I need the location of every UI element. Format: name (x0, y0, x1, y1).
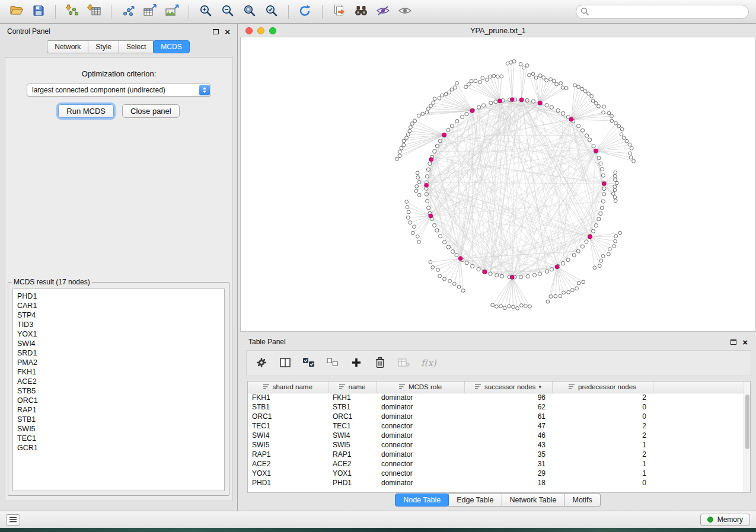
mcds-result-item[interactable]: YOX1 (17, 329, 220, 339)
tab-select[interactable]: Select (119, 40, 154, 53)
table-row-SWI4[interactable]: SWI4SWI4dominator462 (248, 431, 745, 440)
table-row-SWI5[interactable]: SWI5SWI5connector431 (248, 440, 745, 450)
show-graphics-details-button[interactable] (395, 3, 414, 21)
memory-label: Memory (717, 515, 743, 524)
cell-name: SWI5 (328, 440, 377, 450)
close-table-panel-icon[interactable]: × (742, 338, 748, 347)
show-columns-button[interactable] (279, 355, 292, 371)
tab-node-table[interactable]: Node Table (395, 493, 449, 507)
column-header-predecessor-nodes[interactable]: predecessor nodes (552, 382, 653, 393)
close-panel-button[interactable]: Close panel (122, 104, 180, 118)
cell-shared-name: ORC1 (248, 412, 328, 421)
column-header-mcds-role[interactable]: MCDS role (377, 382, 464, 393)
mcds-result-item[interactable]: STB1 (17, 415, 220, 424)
export-image-button[interactable] (162, 3, 181, 21)
mcds-result-item[interactable]: TEC1 (17, 434, 220, 443)
tab-network-table[interactable]: Network Table (502, 493, 565, 507)
criterion-dropdown[interactable]: largest connected component (undirected) (27, 84, 211, 97)
mcds-result-item[interactable]: TID3 (17, 320, 220, 329)
zoom-in-button[interactable] (196, 3, 215, 21)
mcds-result-item[interactable]: SWI5 (17, 424, 220, 434)
mcds-result-item[interactable]: SRD1 (17, 348, 220, 358)
window-maximize-icon[interactable] (269, 27, 276, 34)
toolbar-separator (322, 5, 323, 19)
new-network-from-selection-button[interactable] (330, 3, 349, 21)
table-row-PHD1[interactable]: PHD1PHD1dominator180 (248, 478, 745, 488)
mcds-result-item[interactable]: CAR1 (17, 301, 220, 310)
cell-shared-name: FKH1 (248, 393, 328, 402)
table-settings-button[interactable] (255, 355, 268, 371)
status-menu-button[interactable] (6, 514, 20, 525)
zoom-fit-button[interactable] (240, 3, 259, 21)
table-row-RAP1[interactable]: RAP1RAP1dominator352 (248, 450, 745, 459)
save-icon (32, 4, 45, 19)
tab-network[interactable]: Network (47, 40, 88, 53)
export-table-button[interactable] (141, 3, 160, 21)
mcds-result-item[interactable]: FKH1 (17, 367, 220, 377)
search-input[interactable] (576, 5, 749, 19)
table-panel-header: Table Panel × (240, 335, 756, 349)
run-mcds-button[interactable]: Run MCDS (58, 104, 114, 118)
select-all-button[interactable] (302, 355, 315, 371)
mcds-result-item[interactable]: PMA2 (17, 358, 220, 367)
table-row-ORC1[interactable]: ORC1ORC1dominator610 (248, 412, 745, 421)
export-network-button[interactable] (119, 3, 138, 21)
cell-predecessor-nodes: 1 (552, 469, 653, 478)
mcds-result-item[interactable]: STP4 (17, 310, 220, 320)
table-row-TEC1[interactable]: TEC1TEC1connector472 (248, 421, 745, 431)
cell-shared-name: ACE2 (248, 459, 328, 469)
mcds-result-item[interactable]: RAP1 (17, 405, 220, 415)
deselect-all-button[interactable] (326, 355, 339, 371)
network-canvas[interactable] (240, 37, 756, 332)
table-panel: Table Panel × (240, 335, 756, 509)
memory-button[interactable]: Memory (700, 514, 750, 526)
cell-shared-name: STB1 (248, 402, 328, 412)
table-row-FKH1[interactable]: FKH1FKH1dominator962 (248, 393, 745, 402)
close-panel-icon[interactable]: × (225, 27, 230, 36)
search-network-button[interactable] (352, 3, 371, 21)
hamburger-icon (9, 517, 17, 523)
table-row-STB1[interactable]: STB1STB1dominator620 (248, 402, 745, 412)
table-row-YOX1[interactable]: YOX1YOX1connector291 (248, 469, 745, 478)
window-minimize-icon[interactable] (257, 27, 264, 34)
mcds-result-title: MCDS result (17 nodes) (12, 278, 92, 286)
network-graph[interactable] (241, 37, 755, 331)
tab-motifs[interactable]: Motifs (564, 493, 600, 507)
mcds-result-list[interactable]: PHD1CAR1STP4TID3YOX1SWI4SRD1PMA2FKH1ACE2… (12, 289, 225, 491)
hide-graphics-details-button[interactable] (374, 3, 393, 21)
cell-predecessor-nodes: 0 (552, 412, 653, 421)
window-close-icon[interactable] (245, 27, 253, 34)
zoom-out-button[interactable] (218, 3, 237, 21)
column-header-empty (653, 382, 745, 393)
table-row-ACE2[interactable]: ACE2ACE2connector311 (248, 459, 745, 469)
float-panel-icon[interactable] (213, 29, 219, 34)
mcds-result-item[interactable]: STB5 (17, 386, 220, 396)
refresh-button[interactable] (296, 3, 315, 21)
column-header-successor-nodes[interactable]: successor nodes ▾ (464, 382, 552, 393)
cell-mcds-role: dominator (377, 478, 464, 488)
column-header-name[interactable]: name (328, 382, 377, 393)
zoom-selected-button[interactable] (262, 3, 281, 21)
float-table-panel-icon[interactable] (731, 339, 736, 345)
table-scrollbar[interactable] (744, 382, 750, 492)
tab-style[interactable]: Style (88, 40, 119, 53)
save-session-button[interactable] (29, 3, 48, 21)
sort-indicator-icon[interactable]: ▾ (538, 384, 541, 390)
cell-empty (653, 421, 745, 431)
add-column-button[interactable] (350, 355, 363, 371)
mcds-result-item[interactable]: SWI4 (17, 339, 220, 348)
tab-mcds[interactable]: MCDS (153, 40, 189, 53)
column-header-shared-name[interactable]: shared name (248, 382, 328, 393)
import-network-button[interactable] (63, 3, 82, 21)
tab-edge-table[interactable]: Edge Table (448, 493, 502, 507)
scrollbar-thumb[interactable] (745, 395, 749, 449)
delete-column-button[interactable] (374, 355, 387, 371)
mcds-result-item[interactable]: PHD1 (17, 291, 220, 301)
open-file-button[interactable] (7, 3, 26, 21)
cell-empty (653, 440, 745, 450)
import-table-button[interactable] (85, 3, 104, 21)
mcds-result-item[interactable]: ACE2 (17, 377, 220, 386)
mcds-result-item[interactable]: ORC1 (17, 396, 220, 405)
mcds-result-item[interactable]: GCR1 (17, 443, 220, 453)
column-type-icon (475, 384, 481, 390)
